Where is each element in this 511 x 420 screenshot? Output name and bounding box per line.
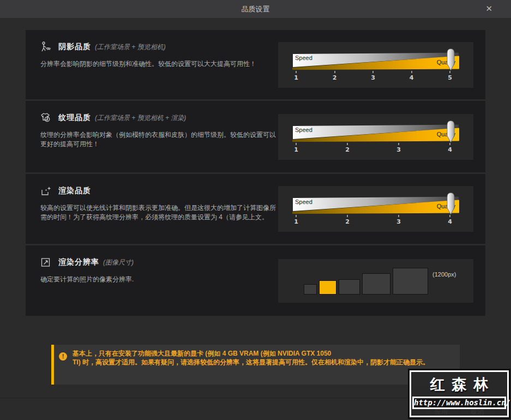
resolution-option-3[interactable] [339,279,360,295]
warning-icon: ! [59,352,67,361]
resolution-option-1[interactable] [304,284,317,295]
resolution-option-2[interactable] [319,280,336,295]
render-quality-slider[interactable]: Speed Quality 1 2 3 4 [278,186,473,232]
tick: 2 [344,143,351,153]
section-subtitle: (工作室场景 + 预览相机 + 渲染) [95,113,186,123]
resolution-picker: (1200px) [278,259,473,303]
section-subtitle: (工作室场景 + 预览相机) [95,43,166,52]
slider-ticks: 1 2 3 4 [292,215,454,225]
texture-quality-slider[interactable]: Speed Quality 1 2 3 4 [278,114,473,160]
section-description: 纹理的分辨率会影响对象（例如模特的衣服和皮肤）的细节级别。较低的设置可以更好的提… [40,130,277,148]
resize-arrow-icon [40,256,53,268]
render-quality-info: 渲染品质 较高的设置可以使光线计算和阴影表示更加准确。但是这很大的增加了计算图像… [26,174,278,244]
tick: 4 [408,71,416,81]
section-shadow-quality: 阴影品质 (工作室场景 + 预览相机) 分辨率会影响阴影的细节级别和准确性。较低… [26,30,485,99]
render-quality-control: Speed Quality 1 2 3 4 [278,174,473,244]
tick: 3 [395,215,402,225]
render-resolution-info: 渲染分辨率 (图像尺寸) 确定要计算的照片的像素分辨率. [26,245,278,316]
speed-label: Speed [295,55,312,61]
tick: 1 [292,71,300,81]
speed-quality-wedge-graphic [292,124,459,142]
speed-label: Speed [295,199,312,205]
section-title: 阴影品质 [58,42,91,52]
warning-line-1: 基本上，只有在安装了功能强大且最新的显卡 (例如 4 GB VRAM (例如 N… [73,350,429,358]
resolution-options [304,268,428,295]
texture-quality-control: Speed Quality 1 2 3 4 [278,101,473,172]
warning-line-2: TI) 时，高设置才适用。如果有疑问，请选择较低的分辨率，这将显著提高可用性。仅… [73,358,429,367]
warning-note: ! 基本上，只有在安装了功能强大且最新的显卡 (例如 4 GB VRAM (例如… [51,345,460,385]
slider-ticks: 1 2 3 4 [292,143,454,153]
tick: 2 [344,215,351,225]
texture-quality-header: 纹理品质 (工作室场景 + 预览相机 + 渲染) [40,112,278,124]
dialog-title: 品质设置 [242,4,270,14]
resolution-option-4[interactable] [362,273,390,295]
section-render-quality: 渲染品质 较高的设置可以使光线计算和阴影表示更加准确。但是这很大的增加了计算图像… [26,174,485,244]
speed-label: Speed [295,127,312,133]
resolution-option-5[interactable] [393,268,428,295]
warning-text: 基本上，只有在安装了功能强大且最新的显卡 (例如 4 GB VRAM (例如 N… [73,350,429,385]
tick: 1 [292,143,300,153]
section-render-resolution: 渲染分辨率 (图像尺寸) 确定要计算的照片的像素分辨率. (1200px) [26,245,485,316]
slider-ticks: 1 2 3 4 5 [292,71,454,81]
mannequin-shadow-icon [40,41,53,53]
section-subtitle: (图像尺寸) [103,258,134,267]
section-title: 渲染分辨率 [58,257,99,267]
resolution-value-label: (1200px) [432,271,456,278]
slider-handle[interactable] [446,120,455,146]
section-description: 分辨率会影响阴影的细节级别和准确性。较低的设置可以大大提高可用性！ [40,59,277,69]
shadow-quality-info: 阴影品质 (工作室场景 + 预览相机) 分辨率会影响阴影的细节级别和准确性。较低… [26,30,278,99]
shadow-quality-header: 阴影品质 (工作室场景 + 预览相机) [40,41,278,53]
tick: 2 [331,71,339,81]
dialog-titlebar: 品质设置 ✕ [0,0,511,18]
shadow-quality-slider[interactable]: Speed Quality 1 2 3 4 5 [278,42,473,88]
section-title: 纹理品质 [58,113,91,123]
watermark-frame: 红森林 http://www.hoslin.cn/ [410,370,509,417]
tick: 1 [292,215,300,225]
texture-quality-info: 纹理品质 (工作室场景 + 预览相机 + 渲染) 纹理的分辨率会影响对象（例如模… [26,101,278,172]
speed-quality-wedge-graphic [292,52,459,70]
render-sparkle-icon [40,185,53,197]
tshirt-texture-icon [40,112,53,124]
dialog-content: 阴影品质 (工作室场景 + 预览相机) 分辨率会影响阴影的细节级别和准确性。较低… [26,30,485,385]
section-texture-quality: 纹理品质 (工作室场景 + 预览相机 + 渲染) 纹理的分辨率会影响对象（例如模… [26,101,485,172]
watermark: 红森林 http://www.hoslin.cn/ [408,369,510,419]
tick: 3 [395,143,402,153]
tick: 3 [369,71,377,81]
watermark-url: http://www.hoslin.cn/ [412,397,506,409]
section-description: 确定要计算的照片的像素分辨率. [40,275,277,284]
watermark-name: 红森林 [411,375,507,394]
close-icon[interactable]: ✕ [483,4,495,14]
slider-handle[interactable] [446,192,455,218]
render-quality-header: 渲染品质 [40,185,278,197]
section-description: 较高的设置可以使光线计算和阴影表示更加准确。但是这很大的增加了计算图像所需的时间… [40,203,277,221]
shadow-quality-control: Speed Quality 1 2 3 4 5 [278,30,473,99]
slider-handle[interactable] [446,48,455,74]
render-resolution-control: (1200px) [278,245,473,316]
speed-quality-wedge-graphic [292,196,459,214]
render-resolution-header: 渲染分辨率 (图像尺寸) [40,256,278,268]
section-title: 渲染品质 [58,186,91,196]
